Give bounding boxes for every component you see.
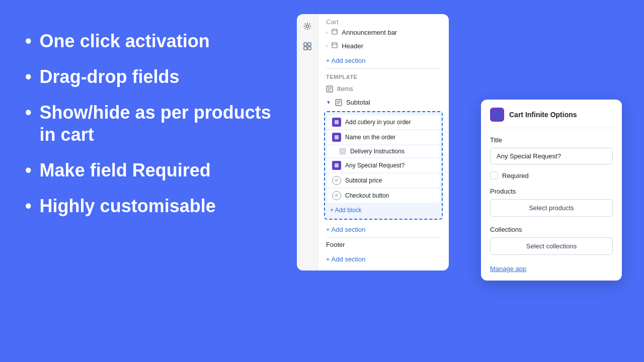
block-add-cutlery[interactable]: Add cutlery in your order [327,115,440,129]
panel-title: Cart Infinite Options [509,111,577,119]
manage-app-link[interactable]: Manage app [490,265,613,273]
add-section-label-mid: + Add section [326,226,365,233]
bullet-one-click-text: One click activation [40,30,210,52]
nav-item-header[interactable]: › Header [318,39,449,53]
add-block-button[interactable]: + Add block [325,204,442,217]
blocks-container: Add cutlery in your order Name on the or… [324,111,443,220]
bullet-show-hide-text: Show/hide as per products in cart [40,102,277,145]
left-panel: One click activation Drag-drop fields Sh… [25,30,277,231]
svg-rect-17 [335,120,339,124]
nav-item-announcement[interactable]: › Announcement bar [318,26,449,39]
svg-rect-23 [335,163,339,167]
checkout-btn-icon: ⟳ [332,191,341,200]
items-label: Items [337,85,353,93]
shopify-main-panel: Cart › Announcement bar › Header [318,14,449,270]
svg-point-0 [306,25,308,28]
sidebar-icon-settings[interactable] [300,19,314,33]
panel-logo: 🐾 [490,108,504,122]
select-products-button[interactable]: Select products [490,199,613,217]
block-checkout-button[interactable]: ⟳ Checkout button [327,189,440,203]
svg-rect-18 [335,135,339,139]
svg-rect-2 [308,43,311,46]
add-block-label: + Add block [330,207,361,214]
block-delivery-label: Delivery Instructions [350,148,405,155]
block-icon-delivery [339,148,346,155]
products-label: Products [490,188,613,195]
chevron-icon-header: › [326,43,328,49]
layout-icon [332,29,338,36]
subtotal-section[interactable]: ▼ Subtotal [318,96,449,109]
add-section-label-footer: + Add section [326,255,365,263]
subtotal-label: Subtotal [346,99,370,106]
chevron-icon: › [326,30,328,35]
cart-label: Cart [318,14,449,26]
subtotal-price-icon: ⟳ [332,176,341,185]
collections-label: Collections [490,226,613,233]
svg-rect-7 [332,43,337,48]
svg-rect-1 [304,43,307,46]
required-row: Required [490,171,613,179]
footer-label: Footer [318,238,449,251]
svg-rect-4 [308,47,311,50]
header-label: Header [342,42,363,50]
feature-list: One click activation Drag-drop fields Sh… [25,30,277,217]
bullet-required: Make field Required [25,159,277,181]
panel-body: Title Required Products Select products … [481,128,622,281]
block-icon-special [332,161,341,170]
block-delivery-instructions[interactable]: Delivery Instructions [327,145,440,157]
block-name-order[interactable]: Name on the order [327,130,440,144]
block-name-label: Name on the order [345,134,395,141]
header-layout-icon [332,42,338,50]
block-cutlery-label: Add cutlery in your order [345,119,411,126]
cart-options-panel: 🐾 Cart Infinite Options Title Required P… [481,100,622,281]
announcement-label: Announcement bar [342,29,397,36]
block-icon-cutlery [332,118,341,127]
add-section-label-top: + Add section [326,57,365,64]
subtotal-price-label: Subtotal price [345,177,382,184]
bullet-required-text: Make field Required [40,159,211,181]
add-section-button-top[interactable]: + Add section [318,53,449,68]
add-section-button-footer[interactable]: + Add section [318,251,449,267]
bullet-drag-drop-text: Drag-drop fields [40,66,180,87]
block-special-request[interactable]: Any Special Request? [327,158,440,172]
block-subtotal-price[interactable]: ⟳ Subtotal price [327,173,440,188]
panel-header: 🐾 Cart Infinite Options [481,100,622,128]
block-icon-name [332,133,341,142]
required-checkbox[interactable] [490,171,498,179]
svg-rect-5 [332,29,337,34]
svg-rect-3 [304,47,307,50]
bullet-show-hide: Show/hide as per products in cart [25,102,277,145]
add-section-button-mid[interactable]: + Add section [318,222,449,237]
title-input[interactable] [490,148,613,164]
sidebar-icon-layout[interactable] [300,39,314,53]
bullet-drag-drop: Drag-drop fields [25,66,277,87]
checkout-button-label: Checkout button [345,192,389,199]
subtotal-chevron: ▼ [326,100,331,105]
bullet-customisable: Highly customisable [25,195,277,217]
block-special-label: Any Special Request? [345,162,405,169]
shopify-sidebar [297,14,318,270]
bullet-one-click: One click activation [25,30,277,52]
bullet-customisable-text: Highly customisable [40,195,216,217]
template-items: Items [318,82,449,96]
template-label: Template [318,69,449,82]
required-label: Required [502,172,529,179]
select-collections-button[interactable]: Select collections [490,237,613,255]
title-field-label: Title [490,136,613,144]
